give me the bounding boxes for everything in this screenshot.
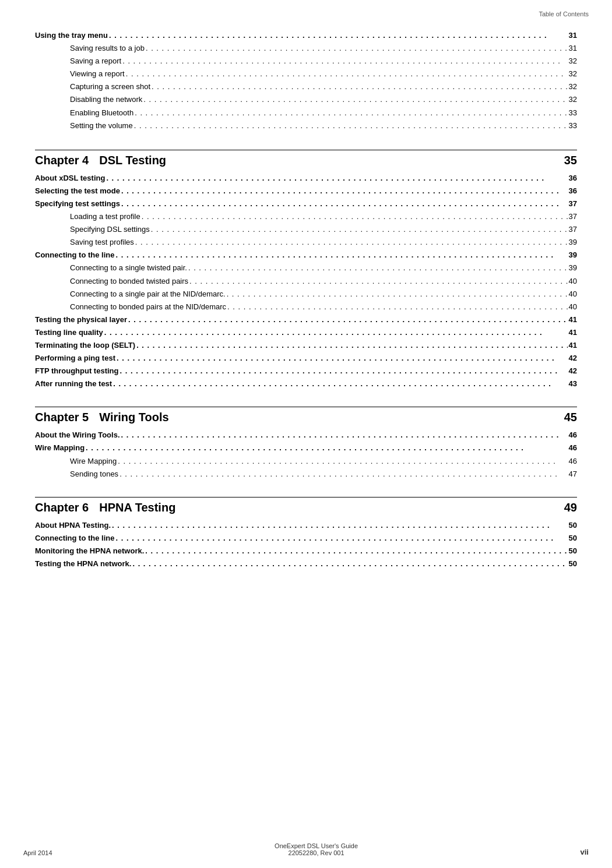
entry-dots: . . . . . . . . . . . . . . . . . . . . … — [227, 301, 567, 313]
entry-page: 33 — [569, 119, 577, 132]
entry-title: Wire Mapping — [70, 455, 117, 468]
entry-dots: . . . . . . . . . . . . . . . . . . . . … — [188, 262, 568, 274]
entry-dots: . . . . . . . . . . . . . . . . . . . . … — [189, 275, 567, 288]
entry-dots: . . . . . . . . . . . . . . . . . . . . … — [136, 339, 567, 352]
chapter-title: Wiring Tools — [99, 411, 564, 424]
entry-dots: . . . . . . . . . . . . . . . . . . . . … — [121, 429, 568, 442]
entry-page: 42 — [569, 352, 577, 365]
entry-title: Testing the physical layer — [35, 313, 127, 326]
chapter-page: 49 — [564, 501, 577, 514]
entry-title: Selecting the test mode — [35, 185, 120, 197]
toc-content: Using the tray menu . . . . . . . . . . … — [0, 23, 612, 622]
entry-page: 41 — [569, 326, 577, 339]
toc-entry: About HPNA Testing. . . . . . . . . . . … — [35, 519, 577, 532]
toc-entry: Connecting to bonded twisted pairs . . .… — [70, 275, 577, 288]
entry-title: Setting the volume — [70, 119, 133, 132]
entry-page: 33 — [569, 107, 577, 119]
toc-entry: Connecting to a single pair at the NID/d… — [70, 288, 577, 301]
footer-left: April 2014 — [23, 849, 52, 856]
entry-page: 37 — [569, 210, 577, 223]
entry-title: Saving test profiles — [70, 236, 134, 249]
entry-page: 41 — [569, 339, 577, 352]
entry-dots: . . . . . . . . . . . . . . . . . . . . … — [142, 210, 568, 223]
toc-entry: Saving results to a job . . . . . . . . … — [70, 42, 577, 55]
toc-entry: Capturing a screen shot . . . . . . . . … — [70, 80, 577, 93]
toc-entry: About the Wiring Tools. . . . . . . . . … — [35, 429, 577, 442]
entry-page: 37 — [569, 197, 577, 210]
chapter-number: Chapter 6 — [35, 501, 89, 514]
chapter-block: Chapter 6HPNA Testing49About HPNA Testin… — [35, 497, 577, 570]
toc-entry: Disabling the network . . . . . . . . . … — [70, 93, 577, 106]
entry-dots: . . . . . . . . . . . . . . . . . . . . … — [86, 442, 567, 454]
entry-page: 46 — [569, 429, 577, 442]
entry-title: Viewing a report — [70, 68, 125, 80]
entry-dots: . . . . . . . . . . . . . . . . . . . . … — [116, 532, 568, 545]
entry-dots: . . . . . . . . . . . . . . . . . . . . … — [134, 119, 568, 132]
toc-entry: Terminating the loop (SELT) . . . . . . … — [35, 339, 577, 352]
toc-entry: Sending tones . . . . . . . . . . . . . … — [70, 468, 577, 481]
entry-title: Wire Mapping — [35, 442, 85, 454]
entry-title: After running the test — [35, 377, 112, 390]
footer-center: OneExpert DSL User's Guide 22052280, Rev… — [52, 842, 581, 856]
entry-dots: . . . . . . . . . . . . . . . . . . . . … — [151, 223, 568, 236]
toc-entry: Specifying test settings . . . . . . . .… — [35, 197, 577, 210]
entry-page: 40 — [569, 301, 577, 313]
entry-dots: . . . . . . . . . . . . . . . . . . . . … — [145, 545, 567, 558]
toc-entry: FTP throughput testing . . . . . . . . .… — [35, 365, 577, 377]
entry-page: 47 — [569, 468, 577, 481]
entry-dots: . . . . . . . . . . . . . . . . . . . . … — [152, 80, 568, 93]
entry-title: Testing the HPNA network. — [35, 558, 131, 570]
tray-menu-section: Using the tray menu . . . . . . . . . . … — [35, 29, 577, 132]
entry-page: 39 — [569, 249, 577, 262]
chapter-number: Chapter 5 — [35, 411, 89, 424]
entry-page: 32 — [569, 93, 577, 106]
entry-page: 32 — [569, 68, 577, 80]
entry-dots: . . . . . . . . . . . . . . . . . . . . … — [143, 93, 567, 106]
toc-entry: Testing the physical layer . . . . . . .… — [35, 313, 577, 326]
chapter-heading: Chapter 5Wiring Tools45 — [35, 407, 577, 424]
toc-entry: Saving a report . . . . . . . . . . . . … — [70, 55, 577, 68]
entry-dots: . . . . . . . . . . . . . . . . . . . . … — [121, 197, 568, 210]
toc-entry: Using the tray menu . . . . . . . . . . … — [35, 29, 577, 42]
chapter-block: Chapter 4DSL Testing35About xDSL testing… — [35, 150, 577, 391]
toc-entry: Saving test profiles . . . . . . . . . .… — [70, 236, 577, 249]
entry-dots: . . . . . . . . . . . . . . . . . . . . … — [104, 326, 568, 339]
entry-title: Performing a ping test — [35, 352, 115, 365]
entry-title: Disabling the network — [70, 93, 142, 106]
entry-dots: . . . . . . . . . . . . . . . . . . . . … — [109, 29, 568, 42]
chapters-section: Chapter 4DSL Testing35About xDSL testing… — [35, 150, 577, 570]
entry-page: 31 — [569, 29, 577, 42]
entry-dots: . . . . . . . . . . . . . . . . . . . . … — [116, 249, 568, 262]
entry-page: 50 — [569, 519, 577, 532]
entry-title: Loading a test profile — [70, 210, 140, 223]
entry-title: Connecting to the line — [35, 532, 115, 545]
entry-title: Connecting to a single pair at the NID/d… — [70, 288, 226, 301]
chapter-number: Chapter 4 — [35, 154, 89, 167]
header-title: Table of Contents — [539, 10, 589, 17]
chapter-heading: Chapter 4DSL Testing35 — [35, 150, 577, 167]
toc-entry: Wire Mapping . . . . . . . . . . . . . .… — [35, 442, 577, 454]
entry-dots: . . . . . . . . . . . . . . . . . . . . … — [135, 236, 568, 249]
entry-title: About the Wiring Tools. — [35, 429, 120, 442]
entry-page: 41 — [569, 313, 577, 326]
footer-right: vii — [581, 848, 589, 856]
toc-entry: Connecting to the line . . . . . . . . .… — [35, 532, 577, 545]
entry-page: 50 — [569, 558, 577, 570]
entry-dots: . . . . . . . . . . . . . . . . . . . . … — [146, 42, 568, 55]
toc-entry: Connecting to the line . . . . . . . . .… — [35, 249, 577, 262]
toc-entry: Connecting to a single twisted pair. . .… — [70, 262, 577, 274]
page-header: Table of Contents — [0, 0, 612, 23]
entry-dots: . . . . . . . . . . . . . . . . . . . . … — [122, 55, 567, 68]
entry-dots: . . . . . . . . . . . . . . . . . . . . … — [113, 377, 567, 390]
entry-title: About HPNA Testing. — [35, 519, 111, 532]
entry-title: About xDSL testing — [35, 172, 105, 185]
entry-dots: . . . . . . . . . . . . . . . . . . . . … — [117, 352, 568, 365]
entry-title: Testing line quality — [35, 326, 103, 339]
entry-dots: . . . . . . . . . . . . . . . . . . . . … — [121, 185, 568, 197]
entry-title: Monitoring the HPNA network. — [35, 545, 144, 558]
toc-entry: Wire Mapping . . . . . . . . . . . . . .… — [70, 455, 577, 468]
entry-dots: . . . . . . . . . . . . . . . . . . . . … — [112, 519, 568, 532]
entry-page: 50 — [569, 545, 577, 558]
footer-center-line2: 22052280, Rev 001 — [52, 849, 581, 856]
entry-title: FTP throughput testing — [35, 365, 118, 377]
